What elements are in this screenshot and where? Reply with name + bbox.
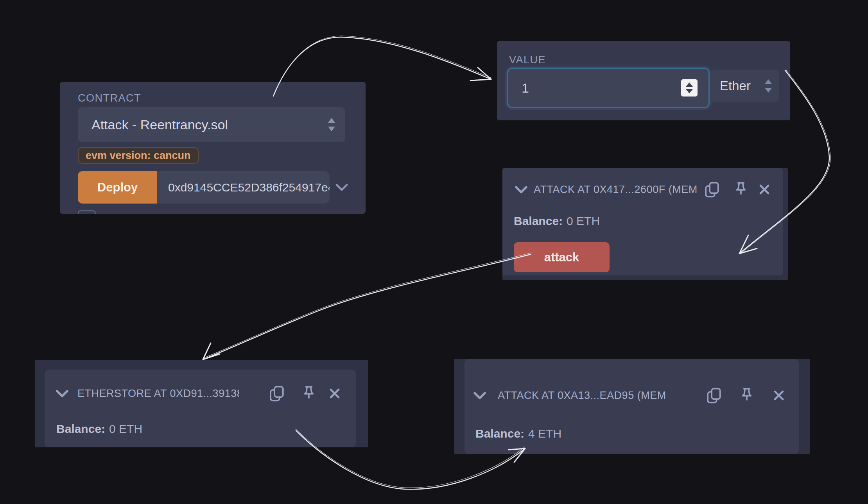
canvas: CONTRACT Attack - Reentrancy.sol evm ver…: [0, 0, 868, 504]
chevron-down-icon[interactable]: [515, 185, 528, 195]
copy-icon[interactable]: [269, 385, 285, 403]
contract-select-value: Attack - Reentrancy.sol: [91, 107, 228, 142]
updown-arrows-icon: [763, 78, 773, 95]
instance-title: ATTACK AT 0X417...2600F (MEM: [534, 183, 700, 196]
contract-select[interactable]: Attack - Reentrancy.sol: [78, 107, 345, 142]
chevron-down-icon[interactable]: [335, 183, 348, 194]
attack2-instance-card: ATTACK AT 0XA13...EAD95 (MEM Balance:4 E…: [464, 359, 799, 454]
balance-value: 4 ETH: [528, 427, 561, 440]
unit-select-value: Ether: [720, 70, 751, 102]
unit-select[interactable]: Ether: [710, 70, 779, 102]
number-stepper-icon[interactable]: [681, 79, 698, 97]
pin-icon[interactable]: [734, 181, 748, 199]
attack-instance-outer: ATTACK AT 0X417...2600F (MEM Balance:0 E…: [502, 168, 788, 280]
deploy-row: Deploy 0xd9145CCE52D386f254917e4: [78, 171, 351, 204]
contract-panel: CONTRACT Attack - Reentrancy.sol evm ver…: [60, 82, 366, 214]
updown-arrows-icon: [326, 117, 337, 134]
attack2-instance-outer: ATTACK AT 0XA13...EAD95 (MEM Balance:4 E…: [454, 359, 810, 454]
value-panel: VALUE 1 Ether: [497, 41, 790, 120]
instance-title: ETHERSTORE AT 0XD91...39138: [77, 387, 239, 400]
attack-button[interactable]: attack: [514, 242, 610, 272]
etherstore-instance-card: ETHERSTORE AT 0XD91...39138 Balance:0 ET…: [45, 370, 356, 447]
value-label: VALUE: [509, 54, 546, 66]
attack-instance-card: ATTACK AT 0X417...2600F (MEM Balance:0 E…: [502, 168, 783, 275]
balance-line: Balance:0 ETH: [514, 214, 600, 228]
chevron-down-icon[interactable]: [56, 389, 69, 399]
pin-icon[interactable]: [302, 385, 316, 403]
balance-label: Balance:: [56, 422, 105, 435]
contract-label: CONTRACT: [78, 92, 141, 104]
deploy-button[interactable]: Deploy: [78, 171, 157, 204]
balance-label: Balance:: [514, 214, 563, 227]
arrow-attack-to-etherstore: [203, 253, 531, 359]
instance-title: ATTACK AT 0XA13...EAD95 (MEM: [498, 389, 672, 402]
copy-icon[interactable]: [704, 181, 720, 199]
value-input-value: 1: [522, 69, 529, 107]
close-icon[interactable]: [758, 183, 771, 196]
copy-icon[interactable]: [706, 387, 722, 405]
checkbox[interactable]: [78, 210, 96, 214]
balance-line: Balance:4 ETH: [475, 427, 561, 441]
deploy-address-input[interactable]: 0xd9145CCE52D386f254917e4: [157, 171, 330, 204]
close-icon[interactable]: [772, 389, 786, 402]
chevron-down-icon[interactable]: [473, 391, 486, 400]
balance-line: Balance:0 ETH: [56, 422, 142, 436]
balance-label: Balance:: [475, 427, 524, 440]
value-input[interactable]: 1: [507, 68, 710, 108]
pin-icon[interactable]: [740, 387, 754, 405]
etherstore-instance-outer: ETHERSTORE AT 0XD91...39138 Balance:0 ET…: [35, 360, 368, 447]
deploy-address-value: 0xd9145CCE52D386f254917e4: [168, 171, 330, 204]
balance-value: 0 ETH: [567, 214, 600, 227]
balance-value: 0 ETH: [109, 422, 142, 435]
close-icon[interactable]: [328, 387, 341, 400]
evm-version-badge: evm version: cancun: [78, 147, 199, 164]
